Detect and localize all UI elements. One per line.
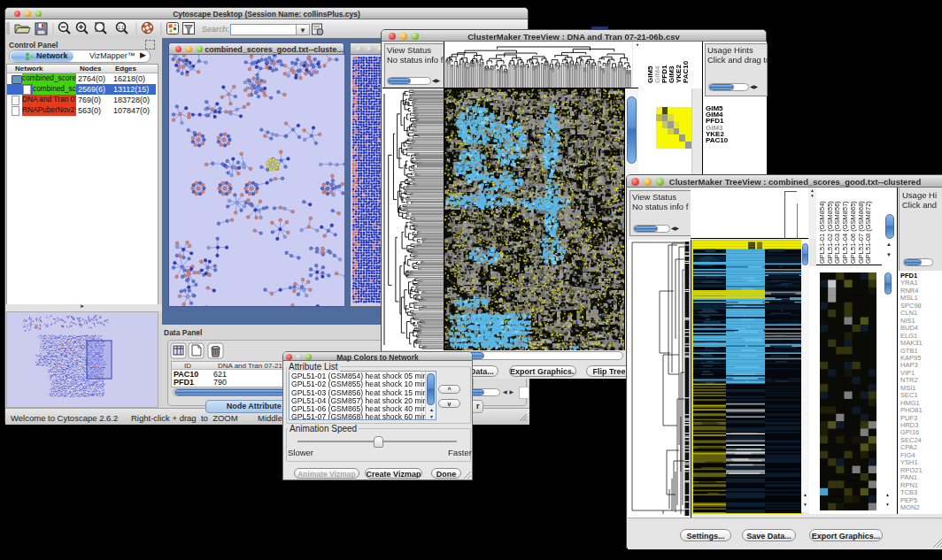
svg-text:1:1: 1:1 xyxy=(118,25,124,30)
